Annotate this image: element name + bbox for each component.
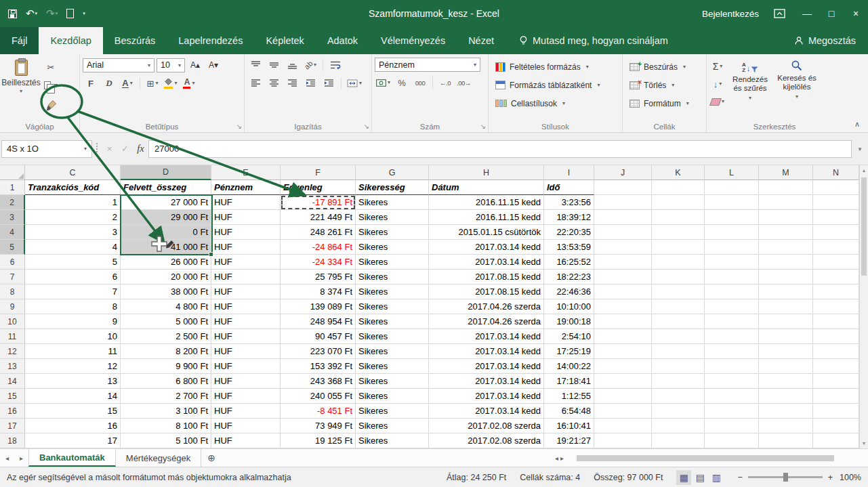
find-select-button[interactable]: Keresés és kijelölés ▾ [774, 58, 819, 109]
row-header-16[interactable]: 16 [0, 404, 25, 419]
cell-J16[interactable] [594, 404, 652, 419]
cell-K7[interactable] [652, 270, 705, 284]
cell-F8[interactable]: 8 374 Ft [281, 284, 356, 299]
cell-C8[interactable]: 7 [25, 284, 121, 299]
cell-L12[interactable] [705, 344, 759, 359]
cell-D18[interactable]: 5 100 Ft [121, 433, 211, 448]
cell-M7[interactable] [759, 270, 813, 284]
cell-I5[interactable]: 13:53:59 [544, 240, 594, 255]
cell-K10[interactable] [652, 314, 705, 329]
cell-G5[interactable]: Sikeres [356, 240, 429, 255]
cell-K8[interactable] [652, 284, 705, 299]
cell-M10[interactable] [759, 314, 813, 329]
cell-D4[interactable]: 0 Ft [121, 225, 211, 240]
tab-data[interactable]: Adatok [316, 27, 369, 54]
cell-D6[interactable]: 26 000 Ft [121, 255, 211, 270]
cell-F7[interactable]: 25 795 Ft [281, 270, 356, 284]
cell-J4[interactable] [594, 225, 652, 240]
expand-formula-bar-button[interactable]: ▾ [852, 146, 868, 152]
cell-E18[interactable]: HUF [211, 433, 281, 448]
cell-G18[interactable]: Sikeres [356, 433, 429, 448]
cell-N12[interactable] [813, 344, 859, 359]
cell-C3[interactable]: 2 [25, 210, 121, 225]
cell-K4[interactable] [652, 225, 705, 240]
new-sheet-button[interactable]: ⊕ [201, 449, 222, 467]
cell-M4[interactable] [759, 225, 813, 240]
cell-G17[interactable]: Sikeres [356, 419, 429, 433]
view-page-layout-button[interactable]: ▤ [693, 470, 707, 485]
clear-button[interactable]: ▾ [709, 94, 726, 109]
cell-C2[interactable]: 1 [25, 195, 121, 210]
row-header-1[interactable]: 1 [0, 180, 25, 195]
cell-H9[interactable]: 2017.04.26 szerda [429, 299, 544, 314]
cell-M8[interactable] [759, 284, 813, 299]
row-header-8[interactable]: 8 [0, 284, 25, 299]
cell-L17[interactable] [705, 419, 759, 433]
sheet-tab-mertekegysegek[interactable]: Mértékegységek [116, 449, 201, 467]
align-top-button[interactable] [247, 58, 264, 72]
zoom-out-button[interactable]: − [737, 473, 742, 482]
cell-K3[interactable] [652, 210, 705, 225]
decrease-indent-button[interactable] [302, 76, 318, 91]
cell-L3[interactable] [705, 210, 759, 225]
cell-D5[interactable]: 41 000 Ft [121, 240, 211, 255]
cell-H17[interactable]: 2017.02.08 szerda [429, 419, 544, 433]
cell-J7[interactable] [594, 270, 652, 284]
cell-F14[interactable]: 243 368 Ft [281, 374, 356, 389]
column-header-N[interactable]: N [813, 165, 859, 180]
cell-I16[interactable]: 6:54:48 [544, 404, 594, 419]
cell-E12[interactable]: HUF [211, 344, 281, 359]
cell-J6[interactable] [594, 255, 652, 270]
cell-M3[interactable] [759, 210, 813, 225]
cell-N3[interactable] [813, 210, 859, 225]
cell-F6[interactable]: -24 334 Ft [281, 255, 356, 270]
cell-H1[interactable]: Dátum [429, 180, 544, 195]
cell-K9[interactable] [652, 299, 705, 314]
cell-G10[interactable]: Sikeres [356, 314, 429, 329]
grow-font-button[interactable]: A▴ [187, 58, 203, 72]
cell-G15[interactable]: Sikeres [356, 389, 429, 404]
cell-K13[interactable] [652, 359, 705, 374]
cell-G13[interactable]: Sikeres [356, 359, 429, 374]
column-header-M[interactable]: M [759, 165, 813, 180]
cell-I15[interactable]: 1:12:55 [544, 389, 594, 404]
cell-I13[interactable]: 14:00:22 [544, 359, 594, 374]
font-color-button[interactable]: A ▾ [181, 76, 197, 91]
zoom-slider[interactable] [748, 476, 823, 478]
cell-K6[interactable] [652, 255, 705, 270]
cell-I4[interactable]: 22:20:35 [544, 225, 594, 240]
cell-J14[interactable] [594, 374, 652, 389]
align-left-button[interactable] [247, 76, 264, 91]
cell-C12[interactable]: 11 [25, 344, 121, 359]
cell-I11[interactable]: 2:54:10 [544, 329, 594, 344]
row-header-18[interactable]: 18 [0, 433, 25, 448]
column-header-E[interactable]: E [211, 165, 281, 180]
cell-L7[interactable] [705, 270, 759, 284]
cell-I18[interactable]: 19:21:27 [544, 433, 594, 448]
cell-L13[interactable] [705, 359, 759, 374]
column-header-I[interactable]: I [544, 165, 594, 180]
cell-G8[interactable]: Sikeres [356, 284, 429, 299]
horizontal-scrollbar-thumb[interactable] [577, 455, 834, 461]
row-header-9[interactable]: 9 [0, 299, 25, 314]
paste-button[interactable]: Beillesztés ▾ [3, 58, 39, 114]
cell-L16[interactable] [705, 404, 759, 419]
cell-H10[interactable]: 2017.04.26 szerda [429, 314, 544, 329]
cell-I2[interactable]: 3:23:56 [544, 195, 594, 210]
cell-E6[interactable]: HUF [211, 255, 281, 270]
cell-G2[interactable]: Sikeres [356, 195, 429, 210]
cell-F4[interactable]: 248 261 Ft [281, 225, 356, 240]
cell-E5[interactable]: HUF [211, 240, 281, 255]
row-header-15[interactable]: 15 [0, 389, 25, 404]
font-size-combo[interactable]: 10 ▾ [157, 58, 185, 72]
insert-function-button[interactable]: fx [133, 140, 148, 158]
cell-F3[interactable]: 221 449 Ft [281, 210, 356, 225]
name-box[interactable]: 4S x 1O ▾ [1, 140, 92, 158]
cell-H7[interactable]: 2017.08.15 kedd [429, 270, 544, 284]
cell-I8[interactable]: 22:46:36 [544, 284, 594, 299]
scroll-up-icon[interactable]: ▴ [863, 167, 865, 173]
cell-M15[interactable] [759, 389, 813, 404]
cell-D15[interactable]: 2 700 Ft [121, 389, 211, 404]
cell-J2[interactable] [594, 195, 652, 210]
cell-L2[interactable] [705, 195, 759, 210]
